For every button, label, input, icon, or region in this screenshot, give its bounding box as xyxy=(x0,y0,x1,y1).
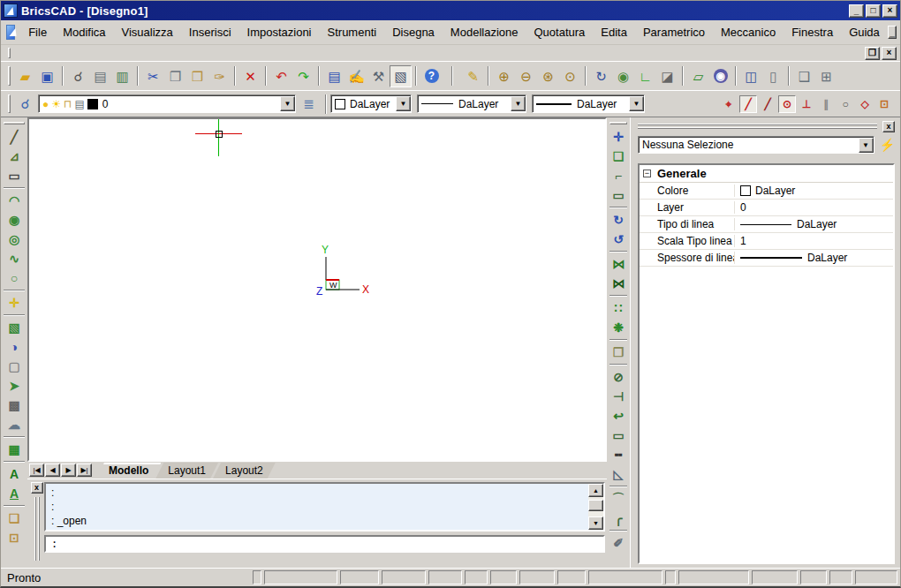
snap-quadrant-button[interactable]: ◇ xyxy=(856,95,874,113)
toolbar-grip[interactable] xyxy=(8,94,11,112)
document-icon[interactable] xyxy=(6,25,15,40)
linetype-combo-dropdown-icon[interactable]: ▼ xyxy=(511,96,526,111)
layer-combo[interactable]: ●☀⊓▤ 0 ▼ xyxy=(38,94,296,113)
property-value[interactable]: DaLayer xyxy=(735,185,893,197)
close-polyline-button[interactable]: ↩ xyxy=(609,406,629,426)
selection-combo-dropdown-icon[interactable]: ▼ xyxy=(859,138,874,153)
hatch-button[interactable]: ▧ xyxy=(4,318,25,337)
properties-bar-button[interactable]: ▤ xyxy=(323,65,345,87)
menu-inserisci[interactable]: Inserisci xyxy=(181,22,239,42)
command-panel-close-button[interactable]: x xyxy=(31,482,43,494)
revision-cloud-button[interactable]: ☁ xyxy=(4,415,25,434)
explore-layers-button[interactable]: ☌ xyxy=(14,93,36,115)
command-panel-grip[interactable] xyxy=(34,494,40,564)
drawing-canvas[interactable]: Y W X Z xyxy=(27,117,607,462)
print-preview-button[interactable]: ☌ xyxy=(67,65,89,87)
scrollbar-thumb[interactable] xyxy=(588,500,603,511)
undo-button[interactable]: ↶ xyxy=(270,65,292,87)
layer-combo-dropdown-icon[interactable]: ▼ xyxy=(280,96,295,111)
box-button[interactable]: ▱ xyxy=(687,65,709,87)
color-combo-dropdown-icon[interactable]: ▼ xyxy=(396,96,411,111)
tile-windows-button[interactable]: ◫ xyxy=(740,65,762,87)
snap-endpoint-button[interactable]: ╱ xyxy=(739,95,757,113)
child-close-button[interactable]: × xyxy=(882,47,897,60)
tab-last-button[interactable]: ▶| xyxy=(77,464,92,477)
polyline-button[interactable]: ⊿ xyxy=(4,147,25,166)
toolbar-grip[interactable] xyxy=(610,122,628,124)
menu-finestra[interactable]: Finestra xyxy=(784,22,841,42)
snap-insertion-button[interactable]: ⊡ xyxy=(875,95,893,113)
match-properties-button[interactable]: ✑ xyxy=(208,65,231,87)
zoom-out-button[interactable]: ⊖ xyxy=(515,65,537,87)
blend-button[interactable]: ╭ xyxy=(609,509,629,528)
spline-button[interactable]: ∿ xyxy=(4,249,25,268)
snap-center-button[interactable]: ⊙ xyxy=(778,95,796,113)
menu-visualizza[interactable]: Visualizza xyxy=(114,22,181,42)
snap-parallel-button[interactable]: ∥ xyxy=(817,95,835,113)
mirror-3d-button[interactable]: ⋈ xyxy=(609,274,629,293)
collapse-icon[interactable]: − xyxy=(643,170,651,177)
snap-perpendicular-button[interactable]: ⊥ xyxy=(798,95,815,113)
open-button[interactable]: ▰ xyxy=(14,65,36,87)
menu-parametrico[interactable]: Parametrico xyxy=(635,22,713,42)
render-button[interactable]: ◉ xyxy=(709,65,731,87)
mtext-button[interactable]: A xyxy=(4,484,25,503)
solids-button[interactable]: ⊞ xyxy=(815,65,837,87)
offset-button[interactable]: ⌐ xyxy=(609,166,629,185)
layers-manager-button[interactable]: ≣ xyxy=(298,93,320,115)
arc-button[interactable]: ◠ xyxy=(4,191,25,210)
minimize-button[interactable]: _ xyxy=(849,4,864,18)
zoom-extents-button[interactable]: ⊛ xyxy=(537,65,559,87)
copy-entities-button[interactable]: ❏ xyxy=(609,147,629,166)
properties-group-header[interactable]: − Generale xyxy=(640,165,893,183)
menu-disegna[interactable]: Disegna xyxy=(384,22,443,42)
menu-strumenti[interactable]: Strumenti xyxy=(320,22,385,42)
menu-quotatura[interactable]: Quotatura xyxy=(526,22,593,42)
zoom-previous-button[interactable]: ⊙ xyxy=(559,65,581,87)
redo-button[interactable]: ↷ xyxy=(292,65,314,87)
command-scrollbar[interactable]: ▲ ▼ xyxy=(588,484,603,530)
tab-next-button[interactable]: ▶ xyxy=(61,464,76,477)
tab-prev-button[interactable]: ◀ xyxy=(45,464,60,477)
script-recorder-button[interactable]: ✍ xyxy=(345,65,367,87)
maximize-button[interactable]: □ xyxy=(866,4,881,18)
toolbar-grip[interactable] xyxy=(8,48,11,59)
boundary-button[interactable]: ➤ xyxy=(4,376,25,396)
properties-panel-grip[interactable] xyxy=(638,124,877,129)
scroll-up-icon[interactable]: ▲ xyxy=(588,484,603,497)
command-input[interactable]: : xyxy=(44,535,605,553)
new-sheet-button[interactable]: ▯ xyxy=(762,65,784,87)
tab-first-button[interactable]: |◀ xyxy=(29,464,44,477)
group-button[interactable]: ❑ xyxy=(793,65,815,87)
close-button[interactable]: × xyxy=(882,4,897,18)
ucs-dialog-button[interactable]: ∟ xyxy=(634,65,656,87)
scroll-down-icon[interactable]: ▼ xyxy=(588,516,603,530)
real-time-motion-button[interactable]: ↻ xyxy=(590,65,612,87)
child-minimize-button[interactable]: _ xyxy=(888,26,897,39)
tab-modello[interactable]: Modello xyxy=(96,463,161,479)
print-button[interactable]: ▤ xyxy=(89,65,111,87)
menu-modellazione[interactable]: Modellazione xyxy=(443,22,526,42)
property-value[interactable]: DaLayer xyxy=(735,218,893,230)
toolbar-grip[interactable] xyxy=(8,66,11,86)
page-setup-button[interactable]: ▥ xyxy=(111,65,133,87)
tab-layout2[interactable]: Layout2 xyxy=(213,463,276,479)
rotate-copy-button[interactable]: ↺ xyxy=(609,230,629,249)
selection-combo[interactable]: Nessuna Selezione ▼ xyxy=(638,136,874,154)
menu-meccanico[interactable]: Meccanico xyxy=(713,22,784,42)
array-3d-button[interactable]: ❉ xyxy=(609,318,629,337)
mirror-button[interactable]: ⋈ xyxy=(609,254,629,274)
table-button[interactable]: ▦ xyxy=(4,440,25,459)
menu-edita[interactable]: Edita xyxy=(593,22,635,42)
menu-guida[interactable]: Guida xyxy=(841,22,888,42)
move-button[interactable]: ✛ xyxy=(609,127,629,147)
tab-layout1[interactable]: Layout1 xyxy=(155,463,218,479)
snap-tangent-button[interactable]: ○ xyxy=(837,95,854,113)
delete-button[interactable]: ✕ xyxy=(239,65,261,87)
rectangle-button[interactable]: ▭ xyxy=(4,166,25,185)
look-from-button[interactable]: ◉ xyxy=(612,65,634,87)
cut-button[interactable]: ✂ xyxy=(142,65,164,87)
trim-button[interactable]: ⊘ xyxy=(609,367,629,387)
property-value[interactable]: 0 xyxy=(735,201,893,214)
text-button[interactable]: A xyxy=(4,464,25,484)
